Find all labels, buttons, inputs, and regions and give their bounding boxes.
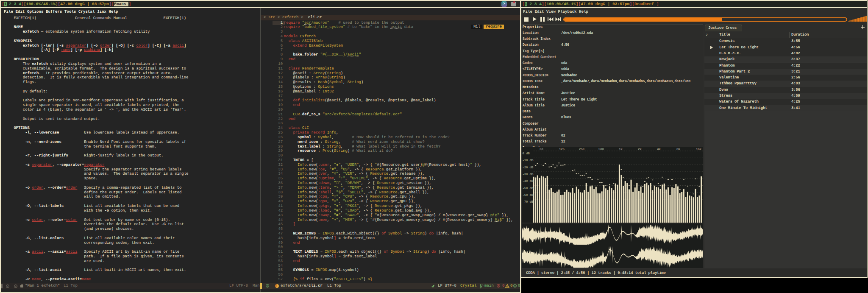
svg-text:8k: 8k: [676, 148, 680, 151]
svg-text:-30 dB: -30 dB: [523, 173, 534, 176]
svg-text:-40 dB: -40 dB: [523, 179, 534, 183]
svg-text:-60 dB: -60 dB: [523, 193, 534, 197]
svg-text:63: 63: [540, 148, 543, 151]
svg-text:16k: 16k: [696, 148, 702, 151]
svg-text:1k: 1k: [619, 148, 623, 151]
svg-text:500: 500: [598, 148, 604, 151]
svg-text:-20 dB: -20 dB: [523, 166, 534, 169]
svg-text:-50 dB: -50 dB: [523, 187, 534, 190]
svg-text:125: 125: [559, 148, 565, 151]
svg-text:-10 dB: -10 dB: [523, 159, 534, 162]
svg-text:-70 dB: -70 dB: [523, 200, 534, 204]
svg-text:4k: 4k: [657, 148, 661, 151]
svg-text:250: 250: [579, 148, 585, 151]
svg-text:0 dB: 0 dB: [523, 152, 530, 155]
svg-text:2k: 2k: [638, 148, 642, 151]
